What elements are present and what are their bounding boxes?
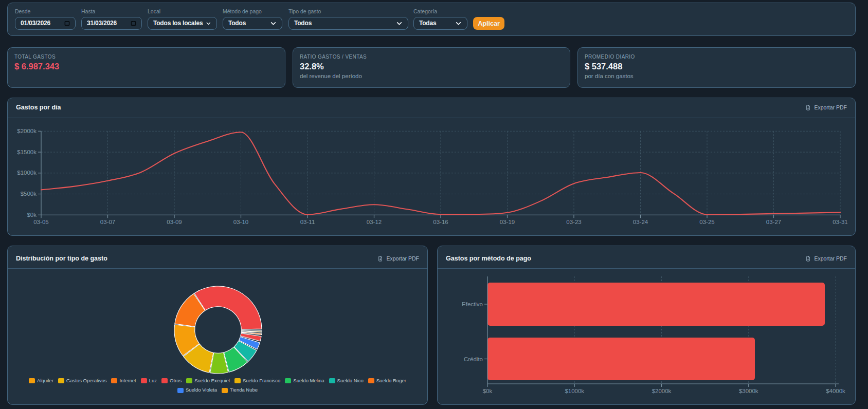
svg-text:03-11: 03-11 [300,219,315,225]
svg-text:$1500k: $1500k [17,149,37,155]
svg-text:03-23: 03-23 [566,219,581,225]
svg-text:Efectivo: Efectivo [462,301,483,307]
svg-text:03-31: 03-31 [833,219,847,225]
svg-text:$3000k: $3000k [739,388,758,394]
svg-text:03-16: 03-16 [433,219,448,225]
svg-text:03-25: 03-25 [699,219,714,225]
svg-text:$0k: $0k [483,388,493,394]
svg-text:Crédito: Crédito [464,356,483,362]
svg-text:03-19: 03-19 [500,219,515,225]
svg-text:03-05: 03-05 [33,219,48,225]
svg-text:$500k: $500k [21,191,37,197]
svg-text:03-24: 03-24 [633,219,648,225]
svg-text:03-12: 03-12 [367,219,382,225]
svg-text:$2000k: $2000k [652,388,672,394]
svg-text:$2000k: $2000k [17,128,37,134]
svg-text:$1000k: $1000k [565,388,584,394]
svg-text:$0k: $0k [27,212,37,218]
svg-text:03-10: 03-10 [233,219,248,225]
svg-text:$1000k: $1000k [17,170,37,176]
svg-text:03-27: 03-27 [766,219,781,225]
svg-text:03-07: 03-07 [100,219,115,225]
svg-text:$4000k: $4000k [826,388,845,394]
svg-text:03-09: 03-09 [167,219,182,225]
